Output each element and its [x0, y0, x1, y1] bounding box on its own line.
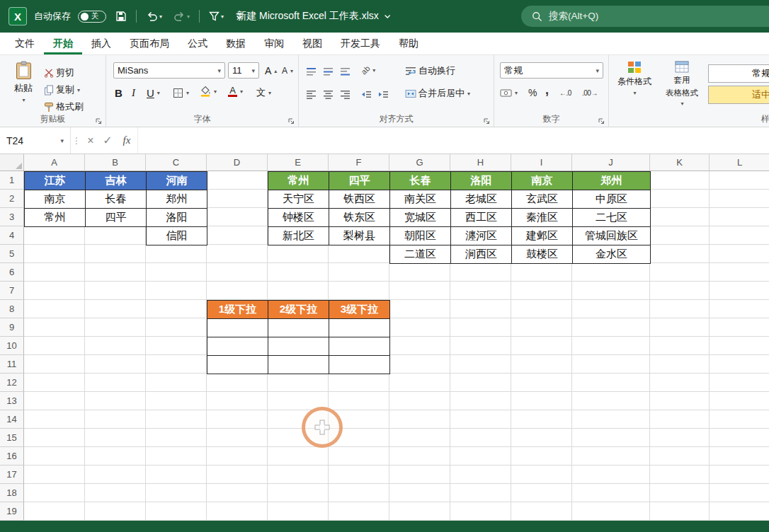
comma-style-button[interactable]: , — [545, 82, 549, 98]
tab-文件[interactable]: 文件 — [6, 33, 44, 54]
search-box[interactable]: 搜索(Alt+Q) — [521, 6, 769, 27]
col-header-F[interactable]: F — [329, 154, 389, 171]
decrease-decimal-button[interactable]: .00→ — [582, 85, 598, 100]
table-cell[interactable]: 二七区 — [572, 208, 651, 227]
merge-center-button[interactable]: 合并后居中 ▾ — [405, 86, 470, 101]
table-cell[interactable]: 南关区 — [389, 190, 451, 209]
table-cell[interactable] — [207, 355, 268, 374]
align-bottom-button[interactable] — [340, 64, 351, 79]
table-cell[interactable]: 建邺区 — [511, 226, 573, 245]
copy-button[interactable]: 复制 ▾ — [44, 82, 80, 98]
font-name-select[interactable]: MiSans ▾ — [113, 62, 225, 79]
row-header-8[interactable]: 8 — [0, 300, 24, 318]
row-header-3[interactable]: 3 — [0, 208, 24, 226]
tab-审阅[interactable]: 审阅 — [255, 33, 293, 54]
table-cell[interactable] — [207, 337, 268, 356]
undo-button[interactable]: ▾ — [144, 9, 164, 24]
align-left-button[interactable] — [306, 86, 317, 102]
table-cell[interactable] — [268, 318, 329, 337]
table-cell[interactable]: 老城区 — [450, 190, 512, 209]
select-all-corner[interactable] — [0, 154, 24, 171]
row-header-7[interactable]: 7 — [0, 282, 24, 300]
table-cell[interactable]: 秦淮区 — [511, 208, 573, 227]
table-cell[interactable]: 新北区 — [268, 226, 329, 245]
name-box[interactable]: T24 ▾ — [0, 127, 71, 154]
table-cell[interactable]: 四平 — [85, 208, 147, 227]
bold-button[interactable]: B — [115, 85, 123, 100]
tab-数据[interactable]: 数据 — [217, 33, 255, 54]
grow-font-button[interactable]: A▴ — [265, 63, 277, 79]
orientation-button[interactable]: ab ▾ — [361, 62, 375, 78]
row-header-11[interactable]: 11 — [0, 355, 24, 374]
col-header-G[interactable]: G — [389, 154, 450, 171]
table-cell[interactable] — [329, 318, 390, 337]
table-header-cell[interactable]: 郑州 — [572, 171, 651, 190]
table-header-cell[interactable]: 2级下拉 — [268, 300, 329, 319]
col-header-A[interactable]: A — [24, 154, 85, 171]
tab-页面布局[interactable]: 页面布局 — [120, 33, 178, 54]
col-header-C[interactable]: C — [146, 154, 207, 171]
table-header-cell[interactable]: 长春 — [389, 171, 451, 190]
table-cell[interactable]: 管城回族区 — [572, 226, 651, 245]
table-cell[interactable] — [329, 355, 390, 374]
row-header-16[interactable]: 16 — [0, 447, 24, 466]
table-cell[interactable]: 金水区 — [572, 245, 651, 264]
table-cell[interactable] — [207, 318, 268, 337]
table-cell[interactable]: 洛阳 — [146, 208, 207, 227]
col-header-L[interactable]: L — [710, 154, 769, 171]
cut-button[interactable]: 剪切 — [44, 65, 74, 81]
accounting-format-button[interactable]: ▾ — [500, 85, 518, 100]
table-cell[interactable]: 郑州 — [146, 190, 207, 209]
clipboard-dialog-launcher[interactable] — [95, 115, 103, 124]
decrease-indent-button[interactable] — [361, 86, 372, 102]
increase-indent-button[interactable] — [378, 86, 389, 102]
tab-开发工具[interactable]: 开发工具 — [331, 33, 389, 54]
col-header-I[interactable]: I — [511, 154, 572, 171]
table-cell[interactable]: 玄武区 — [511, 190, 573, 209]
table-cell[interactable]: 钟楼区 — [268, 208, 329, 227]
table-cell[interactable]: 天宁区 — [268, 190, 329, 209]
formula-bar-handle[interactable]: ⋮ — [71, 136, 82, 146]
confirm-entry-icon[interactable]: ✓ — [99, 134, 116, 147]
increase-decimal-button[interactable]: ←.0 — [559, 85, 571, 100]
autosave-toggle[interactable]: 关 — [78, 11, 106, 23]
col-header-J[interactable]: J — [572, 154, 650, 171]
col-header-H[interactable]: H — [450, 154, 511, 171]
cell-style-normal[interactable]: 常规 — [708, 64, 769, 83]
table-cell[interactable]: 宽城区 — [389, 208, 451, 227]
conditional-formatting-button[interactable]: 条件格式 ▾ — [613, 61, 656, 122]
cell-style-moderate[interactable]: 适中 — [708, 86, 769, 104]
table-cell[interactable]: 信阳 — [146, 226, 207, 245]
table-cell[interactable]: 涧西区 — [450, 245, 512, 264]
font-color-button[interactable]: A ▾ — [228, 83, 243, 99]
table-cell[interactable]: 瀍河区 — [450, 226, 512, 245]
borders-button[interactable]: ▾ — [173, 85, 189, 100]
table-cell[interactable]: 铁东区 — [329, 208, 390, 227]
tab-视图[interactable]: 视图 — [293, 33, 331, 54]
redo-button[interactable]: ▾ — [171, 9, 192, 24]
table-cell[interactable]: 中原区 — [572, 190, 651, 209]
col-header-B[interactable]: B — [85, 154, 146, 171]
table-cell[interactable]: 常州 — [24, 208, 86, 227]
cancel-entry-icon[interactable]: × — [82, 134, 99, 147]
phonetic-guide-button[interactable]: 文 ▾ — [256, 85, 271, 100]
quick-filter-button[interactable]: ▾ — [207, 9, 226, 23]
font-size-select[interactable]: 11 ▾ — [228, 62, 259, 79]
document-title[interactable]: 新建 Microsoft Excel 工作表.xlsx — [237, 0, 391, 33]
row-header-17[interactable]: 17 — [0, 466, 24, 484]
align-center-button[interactable] — [323, 86, 334, 102]
align-right-button[interactable] — [340, 86, 351, 102]
table-header-cell[interactable]: 1级下拉 — [207, 300, 268, 319]
row-header-19[interactable]: 19 — [0, 502, 24, 521]
row-header-9[interactable]: 9 — [0, 318, 24, 337]
row-header-10[interactable]: 10 — [0, 337, 24, 355]
table-header-cell[interactable]: 3级下拉 — [329, 300, 390, 319]
paste-button[interactable]: 粘贴 ▾ — [7, 61, 40, 117]
italic-button[interactable]: I — [132, 85, 135, 100]
tab-公式[interactable]: 公式 — [178, 33, 217, 54]
table-header-cell[interactable]: 四平 — [329, 171, 390, 190]
row-header-4[interactable]: 4 — [0, 226, 24, 245]
row-header-5[interactable]: 5 — [0, 245, 24, 263]
insert-function-icon[interactable]: fx — [116, 134, 137, 146]
table-cell[interactable] — [329, 337, 390, 356]
